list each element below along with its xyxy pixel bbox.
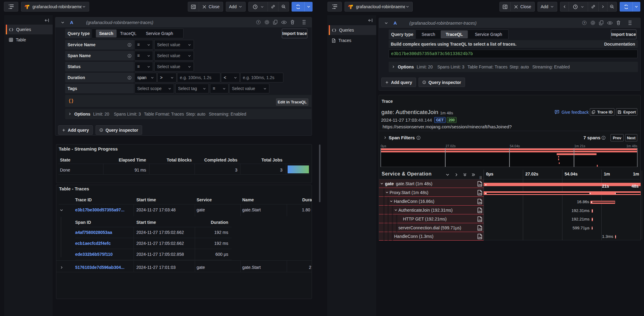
svg-text:LOG: LOG bbox=[478, 184, 482, 186]
svg-text:?: ? bbox=[257, 21, 259, 24]
svg-text:LOG: LOG bbox=[478, 236, 482, 238]
svg-text:?: ? bbox=[583, 21, 585, 24]
svg-text:LOG: LOG bbox=[478, 219, 482, 221]
svg-text:LOG: LOG bbox=[478, 193, 482, 195]
svg-text:LOG: LOG bbox=[478, 228, 482, 230]
svg-text:LOG: LOG bbox=[478, 201, 482, 203]
svg-text:LOG: LOG bbox=[478, 210, 482, 212]
